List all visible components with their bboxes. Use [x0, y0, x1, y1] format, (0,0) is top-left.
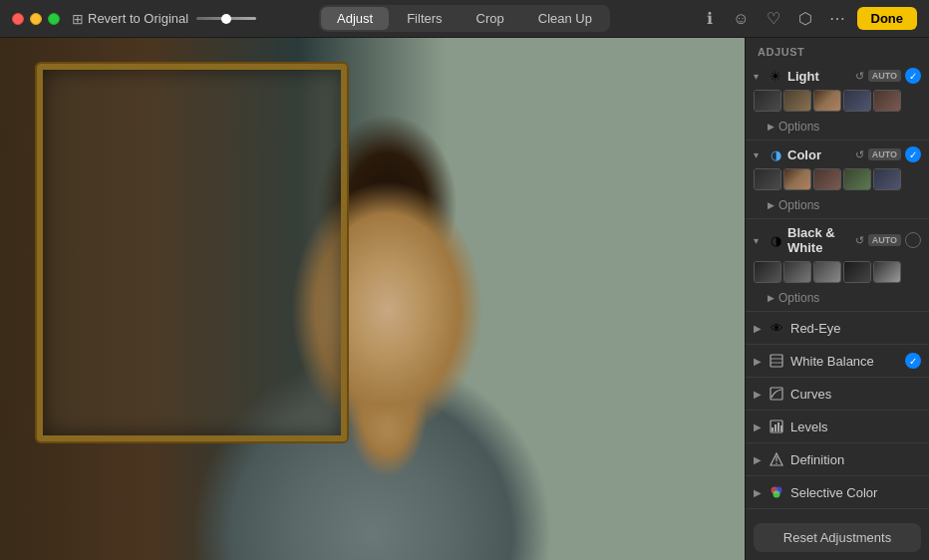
color-thumbnails[interactable] [746, 166, 929, 196]
light-reset-icon[interactable]: ↺ [855, 70, 864, 83]
more-options-icon[interactable]: ⋯ [825, 7, 849, 31]
color-auto-badge[interactable]: AUTO [868, 148, 901, 160]
light-title: Light [787, 69, 851, 84]
color-thumb-1[interactable] [783, 168, 811, 190]
nav-tabs: Adjust Filters Crop Clean Up [319, 5, 610, 32]
bw-thumb-3[interactable] [843, 261, 871, 283]
section-color-header[interactable]: ▾ ◑ Color ↺ AUTO ✓ [746, 140, 929, 166]
light-thumb-4[interactable] [873, 90, 901, 112]
color-title: Color [787, 147, 851, 162]
color-check-icon: ✓ [909, 149, 917, 160]
red-eye-label: Red-Eye [790, 321, 921, 336]
panel-title: ADJUST [746, 38, 929, 62]
svg-rect-6 [774, 424, 776, 431]
bw-title: Black & White [787, 225, 851, 255]
maximize-button[interactable] [48, 13, 60, 25]
zoom-slider[interactable] [196, 17, 256, 20]
white-balance-icon [768, 352, 785, 370]
color-options-label: Options [778, 198, 819, 212]
color-options-chevron-icon: ▶ [768, 200, 774, 210]
sidebar-toggle-icon[interactable]: ⊞ [72, 11, 84, 27]
minimize-button[interactable] [30, 13, 42, 25]
right-panel: ADJUST ▾ ☀ Light ↺ AUTO ✓ [745, 38, 929, 560]
light-thumb-2[interactable] [813, 90, 841, 112]
photo-image [0, 38, 745, 560]
info-icon[interactable]: ℹ [698, 7, 722, 31]
color-thumb-2[interactable] [813, 168, 841, 190]
item-white-balance[interactable]: ▶ White Balance ✓ [746, 345, 929, 378]
light-thumb-1[interactable] [783, 90, 811, 112]
share-icon[interactable]: ⬡ [793, 7, 817, 31]
light-thumb-0[interactable] [754, 90, 781, 112]
titlebar-right: ℹ ☺ ♡ ⬡ ⋯ Done [698, 7, 918, 31]
photo-placeholder [0, 38, 745, 560]
close-button[interactable] [12, 13, 24, 25]
light-icon: ☀ [768, 68, 783, 84]
bw-options[interactable]: ▶ Options [746, 289, 929, 311]
svg-point-14 [774, 491, 780, 498]
color-icon: ◑ [768, 146, 783, 162]
light-thumbnails[interactable] [746, 88, 929, 118]
item-definition[interactable]: ▶ Definition [746, 443, 929, 476]
bw-auto-badge[interactable]: AUTO [868, 234, 901, 246]
window-controls: ⊞ [72, 11, 84, 27]
bw-thumbnails[interactable] [746, 259, 929, 289]
bw-reset-icon[interactable]: ↺ [855, 234, 864, 247]
color-reset-icon[interactable]: ↺ [855, 148, 864, 161]
item-red-eye[interactable]: ▶ 👁 Red-Eye [746, 312, 929, 345]
panel-scroll[interactable]: ▾ ☀ Light ↺ AUTO ✓ [746, 62, 929, 515]
tab-crop[interactable]: Crop [461, 7, 520, 30]
selective-color-chevron-icon: ▶ [754, 487, 764, 498]
reset-adjustments-button[interactable]: Reset Adjustments [754, 523, 921, 552]
item-noise-reduction[interactable]: ▶ Noise Reduction [746, 509, 929, 515]
bw-toggle[interactable] [905, 232, 921, 248]
svg-rect-5 [772, 427, 774, 431]
curves-chevron-icon: ▶ [754, 389, 764, 400]
bw-thumb-0[interactable] [754, 261, 781, 283]
bw-chevron-icon: ▾ [754, 235, 764, 246]
light-auto-badge[interactable]: AUTO [868, 70, 901, 82]
color-toggle[interactable]: ✓ [905, 146, 921, 162]
light-check-icon: ✓ [909, 71, 917, 82]
curves-icon [768, 385, 785, 403]
item-selective-color[interactable]: ▶ Selective Color [746, 476, 929, 509]
main-content: ADJUST ▾ ☀ Light ↺ AUTO ✓ [0, 38, 929, 560]
tab-cleanup[interactable]: Clean Up [522, 7, 608, 30]
red-eye-chevron-icon: ▶ [754, 323, 764, 334]
definition-icon [768, 450, 785, 468]
color-thumb-4[interactable] [873, 168, 901, 190]
heart-icon[interactable]: ♡ [762, 7, 785, 31]
section-bw-header[interactable]: ▾ ◑ Black & White ↺ AUTO [746, 219, 929, 259]
item-curves[interactable]: ▶ Curves [746, 378, 929, 411]
svg-rect-7 [777, 422, 779, 431]
selective-color-label: Selective Color [790, 485, 921, 500]
photo-area [0, 38, 745, 560]
bw-thumb-1[interactable] [783, 261, 811, 283]
bw-thumb-2[interactable] [813, 261, 841, 283]
definition-label: Definition [790, 452, 921, 467]
white-balance-chevron-icon: ▶ [754, 356, 764, 367]
levels-icon [768, 418, 785, 435]
light-options[interactable]: ▶ Options [746, 118, 929, 140]
tab-adjust[interactable]: Adjust [321, 7, 389, 30]
item-levels[interactable]: ▶ Levels [746, 411, 929, 443]
white-balance-check: ✓ [905, 353, 921, 369]
bw-options-chevron-icon: ▶ [768, 293, 774, 303]
color-options[interactable]: ▶ Options [746, 196, 929, 218]
done-button[interactable]: Done [857, 7, 918, 30]
section-light-header[interactable]: ▾ ☀ Light ↺ AUTO ✓ [746, 62, 929, 88]
color-thumb-0[interactable] [754, 168, 781, 190]
bw-thumb-4[interactable] [873, 261, 901, 283]
tab-filters[interactable]: Filters [391, 7, 458, 30]
section-light: ▾ ☀ Light ↺ AUTO ✓ [746, 62, 929, 140]
red-eye-icon: 👁 [768, 319, 785, 337]
light-toggle[interactable]: ✓ [905, 68, 921, 84]
white-balance-label: White Balance [790, 354, 905, 369]
light-thumb-3[interactable] [843, 90, 871, 112]
emoji-icon[interactable]: ☺ [730, 7, 754, 31]
color-thumb-3[interactable] [843, 168, 871, 190]
svg-point-11 [775, 462, 777, 464]
revert-button[interactable]: Revert to Original [88, 11, 188, 26]
titlebar: ⊞ Revert to Original Adjust Filters Crop… [0, 0, 929, 38]
section-color: ▾ ◑ Color ↺ AUTO ✓ [746, 140, 929, 219]
